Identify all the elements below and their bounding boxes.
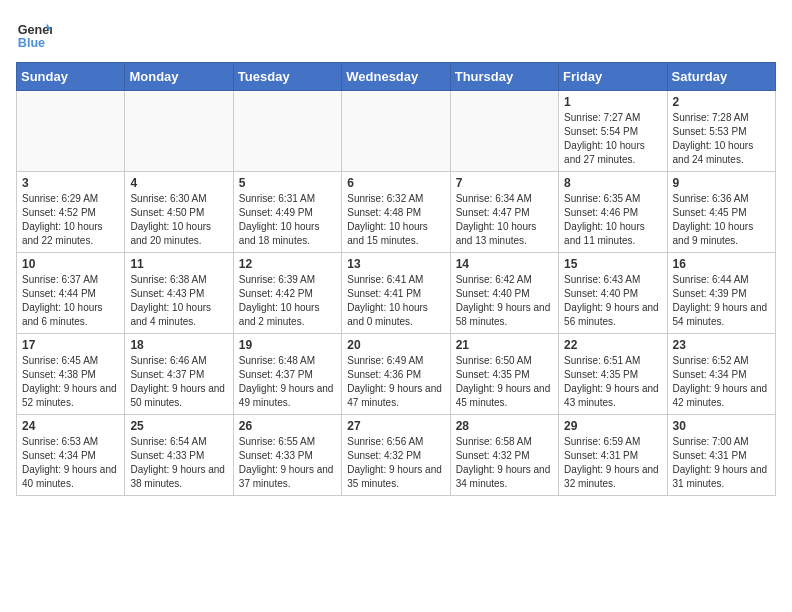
- day-number: 12: [239, 257, 336, 271]
- day-info: Sunrise: 6:37 AM Sunset: 4:44 PM Dayligh…: [22, 273, 119, 329]
- weekday-header: Friday: [559, 63, 667, 91]
- day-info: Sunrise: 7:00 AM Sunset: 4:31 PM Dayligh…: [673, 435, 770, 491]
- calendar-cell: 21Sunrise: 6:50 AM Sunset: 4:35 PM Dayli…: [450, 334, 558, 415]
- day-number: 17: [22, 338, 119, 352]
- day-info: Sunrise: 7:28 AM Sunset: 5:53 PM Dayligh…: [673, 111, 770, 167]
- day-info: Sunrise: 6:53 AM Sunset: 4:34 PM Dayligh…: [22, 435, 119, 491]
- day-number: 4: [130, 176, 227, 190]
- calendar-cell: 8Sunrise: 6:35 AM Sunset: 4:46 PM Daylig…: [559, 172, 667, 253]
- calendar-cell: 1Sunrise: 7:27 AM Sunset: 5:54 PM Daylig…: [559, 91, 667, 172]
- calendar-cell: 14Sunrise: 6:42 AM Sunset: 4:40 PM Dayli…: [450, 253, 558, 334]
- day-number: 14: [456, 257, 553, 271]
- day-info: Sunrise: 6:55 AM Sunset: 4:33 PM Dayligh…: [239, 435, 336, 491]
- calendar-week-row: 10Sunrise: 6:37 AM Sunset: 4:44 PM Dayli…: [17, 253, 776, 334]
- calendar-cell: 2Sunrise: 7:28 AM Sunset: 5:53 PM Daylig…: [667, 91, 775, 172]
- day-info: Sunrise: 6:30 AM Sunset: 4:50 PM Dayligh…: [130, 192, 227, 248]
- day-number: 27: [347, 419, 444, 433]
- day-number: 3: [22, 176, 119, 190]
- calendar-week-row: 17Sunrise: 6:45 AM Sunset: 4:38 PM Dayli…: [17, 334, 776, 415]
- weekday-header: Wednesday: [342, 63, 450, 91]
- calendar-cell: 12Sunrise: 6:39 AM Sunset: 4:42 PM Dayli…: [233, 253, 341, 334]
- calendar-cell: 23Sunrise: 6:52 AM Sunset: 4:34 PM Dayli…: [667, 334, 775, 415]
- day-info: Sunrise: 6:44 AM Sunset: 4:39 PM Dayligh…: [673, 273, 770, 329]
- calendar-week-row: 24Sunrise: 6:53 AM Sunset: 4:34 PM Dayli…: [17, 415, 776, 496]
- calendar-table: SundayMondayTuesdayWednesdayThursdayFrid…: [16, 62, 776, 496]
- calendar-cell: 22Sunrise: 6:51 AM Sunset: 4:35 PM Dayli…: [559, 334, 667, 415]
- logo-icon: General Blue: [16, 16, 52, 52]
- day-number: 26: [239, 419, 336, 433]
- day-info: Sunrise: 6:49 AM Sunset: 4:36 PM Dayligh…: [347, 354, 444, 410]
- calendar-cell: 29Sunrise: 6:59 AM Sunset: 4:31 PM Dayli…: [559, 415, 667, 496]
- calendar-cell: 10Sunrise: 6:37 AM Sunset: 4:44 PM Dayli…: [17, 253, 125, 334]
- calendar-cell: 18Sunrise: 6:46 AM Sunset: 4:37 PM Dayli…: [125, 334, 233, 415]
- calendar-week-row: 3Sunrise: 6:29 AM Sunset: 4:52 PM Daylig…: [17, 172, 776, 253]
- weekday-header: Tuesday: [233, 63, 341, 91]
- calendar-cell: 6Sunrise: 6:32 AM Sunset: 4:48 PM Daylig…: [342, 172, 450, 253]
- calendar-cell: 24Sunrise: 6:53 AM Sunset: 4:34 PM Dayli…: [17, 415, 125, 496]
- day-number: 2: [673, 95, 770, 109]
- day-number: 9: [673, 176, 770, 190]
- day-number: 15: [564, 257, 661, 271]
- calendar-cell: 4Sunrise: 6:30 AM Sunset: 4:50 PM Daylig…: [125, 172, 233, 253]
- day-info: Sunrise: 7:27 AM Sunset: 5:54 PM Dayligh…: [564, 111, 661, 167]
- day-number: 16: [673, 257, 770, 271]
- calendar-cell: 28Sunrise: 6:58 AM Sunset: 4:32 PM Dayli…: [450, 415, 558, 496]
- day-number: 25: [130, 419, 227, 433]
- day-number: 22: [564, 338, 661, 352]
- calendar-cell: 15Sunrise: 6:43 AM Sunset: 4:40 PM Dayli…: [559, 253, 667, 334]
- calendar-cell: 30Sunrise: 7:00 AM Sunset: 4:31 PM Dayli…: [667, 415, 775, 496]
- day-number: 28: [456, 419, 553, 433]
- day-number: 13: [347, 257, 444, 271]
- calendar-cell: [233, 91, 341, 172]
- logo: General Blue: [16, 16, 52, 52]
- weekday-header: Monday: [125, 63, 233, 91]
- calendar-cell: 3Sunrise: 6:29 AM Sunset: 4:52 PM Daylig…: [17, 172, 125, 253]
- calendar-cell: 5Sunrise: 6:31 AM Sunset: 4:49 PM Daylig…: [233, 172, 341, 253]
- day-number: 29: [564, 419, 661, 433]
- calendar-cell: 20Sunrise: 6:49 AM Sunset: 4:36 PM Dayli…: [342, 334, 450, 415]
- calendar-cell: 26Sunrise: 6:55 AM Sunset: 4:33 PM Dayli…: [233, 415, 341, 496]
- weekday-header: Sunday: [17, 63, 125, 91]
- calendar-week-row: 1Sunrise: 7:27 AM Sunset: 5:54 PM Daylig…: [17, 91, 776, 172]
- day-number: 18: [130, 338, 227, 352]
- day-info: Sunrise: 6:36 AM Sunset: 4:45 PM Dayligh…: [673, 192, 770, 248]
- day-info: Sunrise: 6:43 AM Sunset: 4:40 PM Dayligh…: [564, 273, 661, 329]
- day-info: Sunrise: 6:50 AM Sunset: 4:35 PM Dayligh…: [456, 354, 553, 410]
- day-info: Sunrise: 6:54 AM Sunset: 4:33 PM Dayligh…: [130, 435, 227, 491]
- day-number: 23: [673, 338, 770, 352]
- weekday-header: Thursday: [450, 63, 558, 91]
- day-number: 19: [239, 338, 336, 352]
- day-number: 21: [456, 338, 553, 352]
- day-info: Sunrise: 6:48 AM Sunset: 4:37 PM Dayligh…: [239, 354, 336, 410]
- calendar-cell: 9Sunrise: 6:36 AM Sunset: 4:45 PM Daylig…: [667, 172, 775, 253]
- calendar-cell: 16Sunrise: 6:44 AM Sunset: 4:39 PM Dayli…: [667, 253, 775, 334]
- day-info: Sunrise: 6:38 AM Sunset: 4:43 PM Dayligh…: [130, 273, 227, 329]
- calendar-cell: 25Sunrise: 6:54 AM Sunset: 4:33 PM Dayli…: [125, 415, 233, 496]
- calendar-cell: 27Sunrise: 6:56 AM Sunset: 4:32 PM Dayli…: [342, 415, 450, 496]
- day-info: Sunrise: 6:29 AM Sunset: 4:52 PM Dayligh…: [22, 192, 119, 248]
- day-info: Sunrise: 6:32 AM Sunset: 4:48 PM Dayligh…: [347, 192, 444, 248]
- day-info: Sunrise: 6:34 AM Sunset: 4:47 PM Dayligh…: [456, 192, 553, 248]
- day-info: Sunrise: 6:41 AM Sunset: 4:41 PM Dayligh…: [347, 273, 444, 329]
- calendar-cell: [342, 91, 450, 172]
- calendar-cell: [17, 91, 125, 172]
- day-number: 7: [456, 176, 553, 190]
- calendar-cell: 13Sunrise: 6:41 AM Sunset: 4:41 PM Dayli…: [342, 253, 450, 334]
- day-info: Sunrise: 6:59 AM Sunset: 4:31 PM Dayligh…: [564, 435, 661, 491]
- weekday-header-row: SundayMondayTuesdayWednesdayThursdayFrid…: [17, 63, 776, 91]
- day-info: Sunrise: 6:58 AM Sunset: 4:32 PM Dayligh…: [456, 435, 553, 491]
- day-info: Sunrise: 6:35 AM Sunset: 4:46 PM Dayligh…: [564, 192, 661, 248]
- header: General Blue: [16, 16, 776, 52]
- svg-text:Blue: Blue: [18, 36, 45, 50]
- day-number: 5: [239, 176, 336, 190]
- day-number: 8: [564, 176, 661, 190]
- calendar-cell: [450, 91, 558, 172]
- day-info: Sunrise: 6:46 AM Sunset: 4:37 PM Dayligh…: [130, 354, 227, 410]
- day-info: Sunrise: 6:31 AM Sunset: 4:49 PM Dayligh…: [239, 192, 336, 248]
- day-info: Sunrise: 6:56 AM Sunset: 4:32 PM Dayligh…: [347, 435, 444, 491]
- day-number: 24: [22, 419, 119, 433]
- day-number: 1: [564, 95, 661, 109]
- weekday-header: Saturday: [667, 63, 775, 91]
- day-number: 11: [130, 257, 227, 271]
- day-number: 10: [22, 257, 119, 271]
